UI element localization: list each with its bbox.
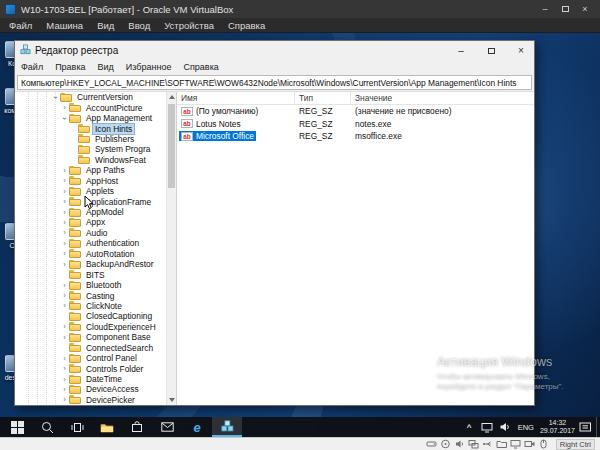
expander-icon[interactable]: › bbox=[60, 228, 69, 237]
vbox-menu-item[interactable]: Машина bbox=[39, 18, 90, 33]
taskbar-icon-store[interactable] bbox=[122, 417, 152, 437]
regedit-address-input[interactable]: Компьютер\HKEY_LOCAL_MACHINE\SOFTWARE\WO… bbox=[17, 75, 532, 90]
column-header[interactable]: Тип bbox=[295, 92, 351, 104]
tree-item[interactable]: BITS bbox=[15, 269, 176, 279]
regedit-close-button[interactable]: × bbox=[508, 41, 534, 60]
taskbar-icon-start[interactable] bbox=[2, 417, 32, 437]
status-icon-usb[interactable] bbox=[482, 439, 493, 449]
tree-item[interactable]: ›Control Panel bbox=[15, 353, 176, 363]
expander-icon[interactable]: › bbox=[60, 176, 69, 185]
tree-item[interactable]: ›DeviceAccess bbox=[15, 384, 176, 394]
tree-item[interactable]: Publishers bbox=[15, 134, 176, 144]
taskbar-icon-edge[interactable]: e bbox=[182, 417, 212, 437]
value-row[interactable]: ab(По умолчанию)REG_SZ(значение не присв… bbox=[177, 105, 534, 118]
vbox-maximize-button[interactable] bbox=[555, 0, 575, 18]
status-icon-recording[interactable] bbox=[524, 439, 535, 449]
status-icon-mouse-integration[interactable] bbox=[538, 439, 549, 449]
tray-network-icon[interactable] bbox=[481, 421, 494, 433]
tree-item[interactable]: ›ClickNote bbox=[15, 301, 176, 311]
tree-item[interactable]: ›ApplicationFrame bbox=[15, 196, 176, 206]
tree-item[interactable]: ›Audio bbox=[15, 228, 176, 238]
expander-icon[interactable]: › bbox=[60, 281, 69, 290]
taskbar-icon-task-view[interactable] bbox=[62, 417, 92, 437]
column-header[interactable]: Значение bbox=[351, 92, 534, 104]
tray-volume-icon[interactable] bbox=[499, 421, 512, 433]
expander-icon[interactable]: › bbox=[60, 114, 69, 123]
tree-item[interactable]: ›App Management bbox=[15, 113, 176, 123]
status-icon-network[interactable] bbox=[468, 439, 479, 449]
expander-icon[interactable]: › bbox=[60, 301, 69, 310]
expander-icon[interactable]: › bbox=[60, 364, 69, 373]
tree-item[interactable]: ›BackupAndRestor bbox=[15, 259, 176, 269]
taskbar-icon-mail[interactable] bbox=[152, 417, 182, 437]
language-indicator[interactable]: ENG bbox=[516, 423, 536, 432]
expander-icon[interactable]: › bbox=[60, 197, 69, 206]
expander-icon[interactable]: › bbox=[60, 385, 69, 394]
tree-item[interactable]: System Progra bbox=[15, 144, 176, 154]
scrollbar-thumb[interactable] bbox=[168, 104, 175, 188]
expander-icon[interactable]: › bbox=[60, 166, 69, 175]
value-row[interactable]: abLotus NotesREG_SZnotes.exe bbox=[177, 118, 534, 131]
status-icon-hdd[interactable] bbox=[426, 439, 437, 449]
vbox-titlebar[interactable]: W10-1703-BEL [Работает] - Oracle VM Virt… bbox=[0, 0, 600, 18]
tree-item[interactable]: ›AppModel bbox=[15, 207, 176, 217]
regedit-menu-item[interactable]: Вид bbox=[92, 62, 120, 72]
tree-item[interactable]: ›Component Base bbox=[15, 332, 176, 342]
column-header[interactable]: Имя bbox=[177, 92, 295, 104]
scroll-down-arrow-icon[interactable] bbox=[169, 398, 175, 402]
value-row[interactable]: abMicrosoft OfficeREG_SZmsoffice.exe bbox=[177, 130, 534, 143]
tree-item[interactable]: ›Authentication bbox=[15, 238, 176, 248]
tree-item[interactable]: ›Controls Folder bbox=[15, 363, 176, 373]
tree-item[interactable]: ›AppHost bbox=[15, 176, 176, 186]
tree-item[interactable]: ›AutoRotation bbox=[15, 249, 176, 259]
tree-item[interactable]: ›Bluetooth bbox=[15, 280, 176, 290]
expander-icon[interactable]: › bbox=[51, 93, 60, 102]
expander-icon[interactable]: › bbox=[60, 260, 69, 269]
clock[interactable]: 14:32 29.07.2017 bbox=[540, 419, 575, 435]
tray-notifications-icon[interactable] bbox=[579, 421, 592, 433]
regedit-menu-item[interactable]: Правка bbox=[49, 62, 91, 72]
tree-item[interactable]: ›CurrentVersion bbox=[15, 92, 176, 102]
expander-icon[interactable]: › bbox=[60, 208, 69, 217]
expander-icon[interactable]: › bbox=[60, 249, 69, 258]
tree-item[interactable]: ›DevicePicker bbox=[15, 395, 176, 405]
vbox-menu-item[interactable]: Файл bbox=[2, 18, 39, 33]
taskbar-icon-regedit[interactable] bbox=[212, 417, 242, 437]
tree-item[interactable]: WindowsFeat bbox=[15, 155, 176, 165]
status-icon-audio[interactable] bbox=[454, 439, 465, 449]
tree-item[interactable]: ›App Paths bbox=[15, 165, 176, 175]
expander-icon[interactable]: › bbox=[60, 239, 69, 248]
show-desktop-button[interactable] bbox=[596, 417, 599, 437]
vbox-menu-item[interactable]: Устройства bbox=[157, 18, 221, 33]
tree-item[interactable]: ›Appx bbox=[15, 217, 176, 227]
tree-item[interactable]: ›Casting bbox=[15, 290, 176, 300]
expander-icon[interactable]: › bbox=[60, 375, 69, 384]
expander-icon[interactable]: › bbox=[60, 354, 69, 363]
tree-item[interactable]: ›CloudExperienceH bbox=[15, 322, 176, 332]
vbox-close-button[interactable]: × bbox=[575, 0, 595, 18]
tree-item[interactable]: ConnectedSearch bbox=[15, 343, 176, 353]
expander-icon[interactable]: › bbox=[60, 333, 69, 342]
expander-icon[interactable]: › bbox=[60, 103, 69, 112]
regedit-menu-item[interactable]: Справка bbox=[177, 62, 224, 72]
vbox-minimize-button[interactable]: – bbox=[535, 0, 555, 18]
tree-item[interactable]: ›Applets bbox=[15, 186, 176, 196]
vbox-menu-item[interactable]: Ввод bbox=[121, 18, 157, 33]
expander-icon[interactable]: › bbox=[60, 322, 69, 331]
taskbar-icon-file-explorer[interactable] bbox=[92, 417, 122, 437]
scroll-up-arrow-icon[interactable] bbox=[169, 95, 175, 99]
status-icon-shared-folders[interactable] bbox=[496, 439, 507, 449]
tree-item[interactable]: ClosedCaptioning bbox=[15, 311, 176, 321]
vbox-menu-item[interactable]: Справка bbox=[221, 18, 272, 33]
status-icon-optical[interactable] bbox=[440, 439, 451, 449]
expander-icon[interactable]: › bbox=[60, 291, 69, 300]
expander-icon[interactable]: › bbox=[60, 218, 69, 227]
expander-icon[interactable]: › bbox=[60, 395, 69, 404]
regedit-menu-item[interactable]: Файл bbox=[15, 62, 49, 72]
tray-chevron-up-icon[interactable]: ^ bbox=[463, 423, 476, 432]
regedit-minimize-button[interactable]: – bbox=[448, 41, 474, 60]
status-icon-display[interactable] bbox=[510, 439, 521, 449]
expander-icon[interactable]: › bbox=[60, 187, 69, 196]
taskbar-icon-search[interactable] bbox=[32, 417, 62, 437]
tree-item[interactable]: ›DateTime bbox=[15, 374, 176, 384]
